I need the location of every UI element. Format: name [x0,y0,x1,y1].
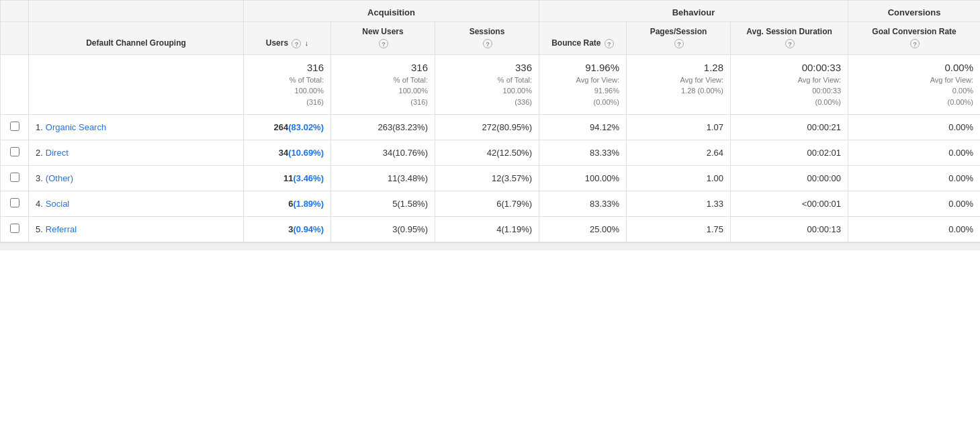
channel-link[interactable]: Referral [46,224,77,234]
total-cell: 316% of Total: 100.00% (316) [331,54,435,115]
row-users-cell: 3(0.94%) [244,217,331,242]
row-number: 2. [36,148,43,158]
check-col-header [1,22,29,55]
row-avgsess-cell: 00:02:01 [731,140,848,166]
analytics-table-wrapper: Acquisition Behaviour Conversions Defaul… [0,0,980,250]
row-newusers-cell: 34(10.76%) [331,140,435,166]
total-cell: 0.00%Avg for View: 0.00% (0.00%) [848,54,980,115]
row-sessions-cell: 6(1.79%) [435,191,539,217]
row-name-cell: 1.Organic Search [29,115,244,140]
row-goals-cell: 0.00% [848,140,980,166]
channel-link[interactable]: Organic Search [46,122,106,132]
row-pages-cell: 1.07 [627,115,731,140]
row-goals-cell: 0.00% [848,115,980,140]
row-sessions-cell: 272(80.95%) [435,115,539,140]
row-newusers-cell: 3(0.95%) [331,217,435,242]
horizontal-scrollbar[interactable] [0,242,980,250]
pages-col-header: Pages/Session ? [627,22,731,55]
row-users-cell: 6(1.89%) [244,191,331,217]
newusers-help-icon[interactable]: ? [379,39,388,48]
sessions-col-header: Sessions ? [435,22,539,55]
row-avgsess-cell: 00:00:00 [731,166,848,191]
goals-help-icon[interactable]: ? [910,39,920,48]
total-cell: 316% of Total: 100.00% (316) [244,54,331,115]
sessions-help-icon[interactable]: ? [483,39,492,48]
row-checkbox[interactable] [10,173,19,182]
row-name-cell: 3.(Other) [29,166,244,191]
row-bounce-cell: 83.33% [539,191,627,217]
row-checkbox[interactable] [10,147,19,156]
row-number: 3. [36,173,43,183]
analytics-table: Acquisition Behaviour Conversions Defaul… [0,0,980,242]
users-sort-icon[interactable]: ↓ [305,38,309,48]
row-checkbox[interactable] [10,224,19,233]
behaviour-group-header: Behaviour [539,1,848,22]
row-users-cell: 264(83.02%) [244,115,331,140]
row-checkbox[interactable] [10,122,19,131]
row-newusers-cell: 11(3.48%) [331,166,435,191]
row-pages-cell: 1.33 [627,191,731,217]
row-pages-cell: 2.64 [627,140,731,166]
row-users-cell: 34(10.69%) [244,140,331,166]
row-checkbox-cell[interactable] [1,140,29,166]
total-check-cell [1,54,29,115]
pages-help-icon[interactable]: ? [674,39,684,48]
row-name-cell: 2.Direct [29,140,244,166]
row-checkbox-cell[interactable] [1,191,29,217]
row-checkbox-cell[interactable] [1,166,29,191]
acquisition-group-header: Acquisition [244,1,539,22]
users-col-header: Users ? ↓ [244,22,331,55]
channel-link[interactable]: (Other) [46,173,73,183]
row-checkbox-cell[interactable] [1,115,29,140]
newusers-col-header: New Users ? [331,22,435,55]
row-avgsess-cell: <00:00:01 [731,191,848,217]
row-bounce-cell: 83.33% [539,140,627,166]
row-avgsess-cell: 00:00:13 [731,217,848,242]
row-pages-cell: 1.00 [627,166,731,191]
row-bounce-cell: 100.00% [539,166,627,191]
conversions-group-header: Conversions [848,1,980,22]
row-number: 1. [36,122,43,132]
avgsess-col-header: Avg. Session Duration ? [731,22,848,55]
row-name-cell: 5.Referral [29,217,244,242]
goals-col-header: Goal Conversion Rate ? [848,22,980,55]
col-header-row: Default Channel Grouping Users ? ↓ New U… [1,22,981,55]
row-number: 4. [36,199,43,209]
channel-link[interactable]: Direct [46,148,69,158]
row-bounce-cell: 25.00% [539,217,627,242]
row-goals-cell: 0.00% [848,166,980,191]
total-cell: 1.28Avg for View: 1.28 (0.00%) [627,54,731,115]
row-newusers-cell: 5(1.58%) [331,191,435,217]
row-sessions-cell: 12(3.57%) [435,166,539,191]
total-cell: 00:00:33Avg for View: 00:00:33 (0.00%) [731,54,848,115]
group-header-row: Acquisition Behaviour Conversions [1,1,981,22]
table-row: 3.(Other)11(3.46%)11(3.48%)12(3.57%)100.… [1,166,981,191]
row-pages-cell: 1.75 [627,217,731,242]
row-goals-cell: 0.00% [848,191,980,217]
avgsess-help-icon[interactable]: ? [785,39,795,48]
row-number: 5. [36,224,43,234]
check-header [1,1,29,22]
bounce-col-header: Bounce Rate ? [539,22,627,55]
row-checkbox-cell[interactable] [1,217,29,242]
table-row: 1.Organic Search264(83.02%)263(83.23%)27… [1,115,981,140]
total-cell: 336% of Total: 100.00% (336) [435,54,539,115]
row-name-cell: 4.Social [29,191,244,217]
name-col-header: Default Channel Grouping [29,22,244,55]
row-avgsess-cell: 00:00:21 [731,115,848,140]
row-goals-cell: 0.00% [848,217,980,242]
row-bounce-cell: 94.12% [539,115,627,140]
users-help-icon[interactable]: ? [292,39,301,48]
table-row: 5.Referral3(0.94%)3(0.95%)4(1.19%)25.00%… [1,217,981,242]
name-group-header [29,1,244,22]
row-users-cell: 11(3.46%) [244,166,331,191]
bounce-help-icon[interactable]: ? [605,39,614,48]
total-name-cell [29,54,244,115]
row-checkbox[interactable] [10,198,19,207]
total-cell: 91.96%Avg for View: 91.96% (0.00%) [539,54,627,115]
row-newusers-cell: 263(83.23%) [331,115,435,140]
row-sessions-cell: 42(12.50%) [435,140,539,166]
channel-link[interactable]: Social [46,199,69,209]
table-row: 2.Direct34(10.69%)34(10.76%)42(12.50%)83… [1,140,981,166]
total-row: 316% of Total: 100.00% (316)316% of Tota… [1,54,981,115]
